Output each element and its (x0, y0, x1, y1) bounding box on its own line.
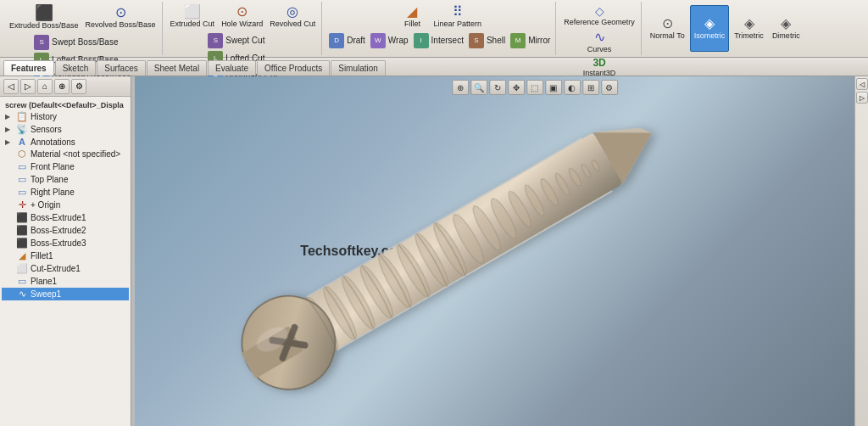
mirror-label: Mirror (528, 36, 550, 45)
boss-base-row: ⬛ Extruded Boss/Base ⊙ Revolved Boss/Bas… (7, 3, 159, 32)
swept-boss-icon: S (34, 35, 49, 50)
sidebar-home-button[interactable]: ⌂ (37, 79, 53, 94)
top-plane-icon: ▭ (16, 174, 28, 185)
sweep1-label: Sweep1 (31, 289, 61, 299)
sidebar-zoom-button[interactable]: ⊕ (54, 79, 70, 94)
fillet1-icon: ◢ (16, 250, 28, 261)
sidebar-back-button[interactable]: ◁ (3, 79, 19, 94)
tree-item-boss-extrude2[interactable]: ⬛ Boss-Extrude2 (2, 224, 129, 237)
sweep1-icon: ∿ (16, 289, 28, 300)
hole-wizard-button[interactable]: ⊙ Hole Wizard (219, 3, 265, 31)
plane1-label: Plane1 (31, 277, 57, 286)
main-toolbar: ⬛ Extruded Boss/Base ⊙ Revolved Boss/Bas… (0, 0, 868, 58)
mirror-button[interactable]: M Mirror (509, 32, 552, 49)
hole-wizard-icon: ⊙ (236, 5, 248, 19)
revolved-cut-icon: ◎ (287, 5, 298, 19)
shell-button[interactable]: S Shell (467, 32, 507, 49)
swept-boss-button[interactable]: S Swept Boss/Base (32, 34, 132, 51)
collapse-icon-sensors: ▶ (5, 126, 14, 133)
tree-item-front-plane[interactable]: ▭ Front Plane (2, 160, 129, 173)
swept-cut-icon: S (208, 33, 223, 48)
tab-sheet-metal[interactable]: Sheet Metal (147, 60, 207, 76)
revolved-boss-label: Revolved Boss/Base (86, 20, 156, 30)
revolved-boss-button[interactable]: ⊙ Revolved Boss/Base (83, 4, 159, 31)
wrap-label: Wrap (388, 36, 409, 45)
sensors-label: Sensors (31, 125, 62, 134)
collapse-panel-button[interactable]: ◁ (856, 78, 868, 90)
tree-item-boss-extrude3[interactable]: ⬛ Boss-Extrude3 (2, 237, 129, 249)
tree-item-right-plane[interactable]: ▭ Right Plane (2, 186, 129, 199)
boss-extrude2-icon: ⬛ (16, 225, 28, 236)
extruded-cut-button[interactable]: ⬜ Extruded Cut (168, 3, 218, 31)
tab-office-products[interactable]: Office Products (257, 60, 330, 76)
ref-curves-group: ◇ Reference Geometry ∿ Curves 3D Instant… (558, 2, 642, 55)
collapse-icon: ▶ (5, 113, 14, 121)
linear-pattern-label: Linear Pattern (433, 20, 481, 29)
revolved-cut-button[interactable]: ◎ Revolved Cut (267, 3, 318, 31)
tab-surfaces[interactable]: Surfaces (97, 60, 145, 76)
reference-geometry-button[interactable]: ◇ Reference Geometry (561, 3, 637, 29)
cut-main-row: ⬜ Extruded Cut ⊙ Hole Wizard ◎ Revolved … (168, 3, 319, 31)
right-plane-icon: ▭ (16, 187, 28, 198)
sidebar-settings-button[interactable]: ⚙ (71, 79, 86, 94)
top-plane-label: Top Plane (31, 175, 68, 184)
wrap-button[interactable]: W Wrap (369, 32, 410, 49)
mirror-icon: M (510, 33, 526, 48)
tree-item-boss-extrude1[interactable]: ⬛ Boss-Extrude1 (2, 211, 129, 224)
right-collapse-panel: ◁ ▷ (854, 76, 868, 426)
extruded-cut-icon: ⬜ (184, 5, 201, 19)
tree-item-material[interactable]: ⬡ Material <not specified> (2, 148, 129, 160)
normal-to-button[interactable]: ⊙ Normal To (647, 5, 688, 52)
tree-item-history[interactable]: ▶ 📋 History (2, 110, 129, 123)
collapse-icon-annotations: ▶ (5, 138, 14, 146)
draft-icon: D (329, 33, 344, 48)
tree-item-cut-extrude1[interactable]: ⬜ Cut-Extrude1 (2, 262, 129, 275)
instant3d-icon: 3D (593, 58, 605, 68)
linear-pattern-button[interactable]: ⠿ Linear Pattern (431, 3, 484, 31)
canvas-area: ⊕ 🔍 ↻ ✥ ⬚ ▣ ◐ ⊞ ⚙ Techsoftkey.com (135, 76, 868, 426)
tree-item-annotations[interactable]: ▶ A Annotations (2, 136, 129, 148)
reference-geometry-icon: ◇ (595, 5, 604, 17)
history-label: History (31, 112, 57, 121)
isometric-button[interactable]: ◈ Isometric (690, 5, 730, 52)
draft-button[interactable]: D Draft (327, 32, 367, 49)
tree-item-top-plane[interactable]: ▭ Top Plane (2, 173, 129, 186)
cut-extrude1-icon: ⬜ (16, 263, 28, 274)
material-label: Material <not specified> (31, 149, 120, 159)
fillet1-label: Fillet1 (31, 251, 53, 261)
fillet-button[interactable]: ◢ Fillet (395, 3, 429, 31)
tree-item-sweep1[interactable]: ∿ Sweep1 (2, 288, 129, 300)
fillet-icon: ◢ (407, 5, 417, 19)
sidebar: ◁ ▷ ⌂ ⊕ ⚙ screw (Default<<Default>_Displ… (0, 76, 131, 426)
dimetric-button[interactable]: ◈ Dimetric (769, 5, 804, 52)
tab-bar: Features Sketch Surfaces Sheet Metal Eva… (0, 58, 868, 76)
curves-icon: ∿ (594, 31, 605, 44)
tree-item-origin[interactable]: ✛ + Origin (2, 199, 129, 211)
extruded-boss-button[interactable]: ⬛ Extruded Boss/Base (7, 3, 81, 32)
tab-evaluate[interactable]: Evaluate (208, 60, 256, 76)
small-tools-row: D Draft W Wrap I Intersect S Shell M Mir… (327, 32, 552, 49)
origin-label: + Origin (31, 200, 60, 210)
tree-item-fillet1[interactable]: ◢ Fillet1 (2, 249, 129, 262)
sidebar-toolbar: ◁ ▷ ⌂ ⊕ ⚙ (0, 76, 131, 97)
tree-item-plane1[interactable]: ▭ Plane1 (2, 275, 129, 288)
trimetric-icon: ◈ (744, 17, 754, 31)
tree-item-sensors[interactable]: ▶ 📡 Sensors (2, 123, 129, 136)
front-plane-label: Front Plane (31, 162, 75, 171)
isometric-label: Isometric (694, 31, 726, 40)
sidebar-forward-button[interactable]: ▷ (20, 79, 36, 94)
swept-cut-button[interactable]: S Swept Cut (206, 32, 279, 49)
trimetric-button[interactable]: ◈ Trimetric (731, 5, 767, 52)
extruded-boss-label: Extruded Boss/Base (9, 21, 79, 31)
intersect-button[interactable]: I Intersect (412, 32, 465, 49)
tab-features[interactable]: Features (3, 60, 54, 76)
tab-simulation[interactable]: Simulation (331, 60, 386, 76)
front-plane-icon: ▭ (16, 161, 28, 172)
fillet-row: ◢ Fillet ⠿ Linear Pattern (395, 3, 484, 31)
draft-label: Draft (347, 36, 365, 45)
tab-sketch[interactable]: Sketch (55, 60, 97, 76)
curves-button[interactable]: ∿ Curves (582, 30, 616, 55)
boss-extrude1-icon: ⬛ (16, 212, 28, 223)
expand-panel-button[interactable]: ▷ (856, 92, 868, 104)
linear-pattern-icon: ⠿ (453, 5, 463, 19)
